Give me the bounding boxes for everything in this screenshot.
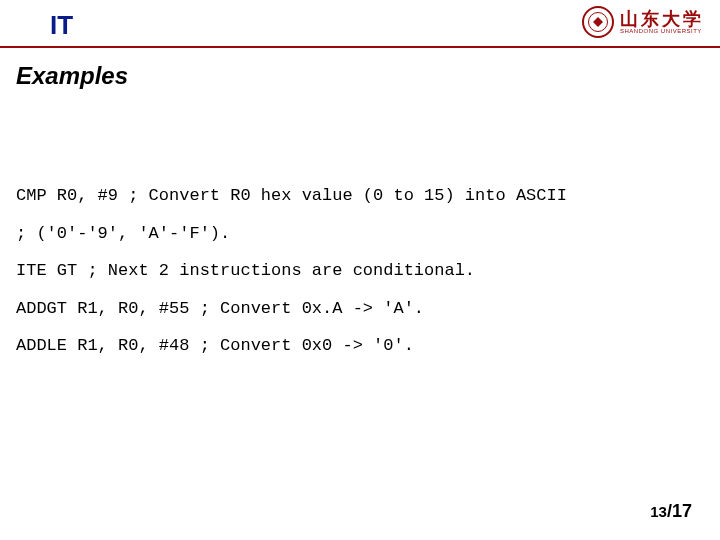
page-number: 13/17 [650,501,692,522]
header-bar: IT 山东大学 SHANDONG UNIVERSITY [0,0,720,48]
code-line: ITE GT ; Next 2 instructions are conditi… [16,261,475,280]
code-line: ADDGT R1, R0, #55 ; Convert 0x.A -> 'A'. [16,299,424,318]
university-logo: 山东大学 SHANDONG UNIVERSITY [582,6,704,38]
university-name-en: SHANDONG UNIVERSITY [620,28,704,34]
university-text: 山东大学 SHANDONG UNIVERSITY [620,10,704,34]
university-seal-icon [582,6,614,38]
university-name-cn: 山东大学 [620,10,704,28]
page-total: 17 [672,501,692,521]
code-block: CMP R0, #9 ; Convert R0 hex value (0 to … [16,140,704,364]
code-line: ADDLE R1, R0, #48 ; Convert 0x0 -> '0'. [16,336,414,355]
page-current: 13 [650,503,667,520]
code-line: CMP R0, #9 ; Convert R0 hex value (0 to … [16,186,567,205]
page-title: IT [50,10,73,41]
section-heading: Examples [16,62,128,90]
code-line: ; ('0'-'9', 'A'-'F'). [16,224,230,243]
